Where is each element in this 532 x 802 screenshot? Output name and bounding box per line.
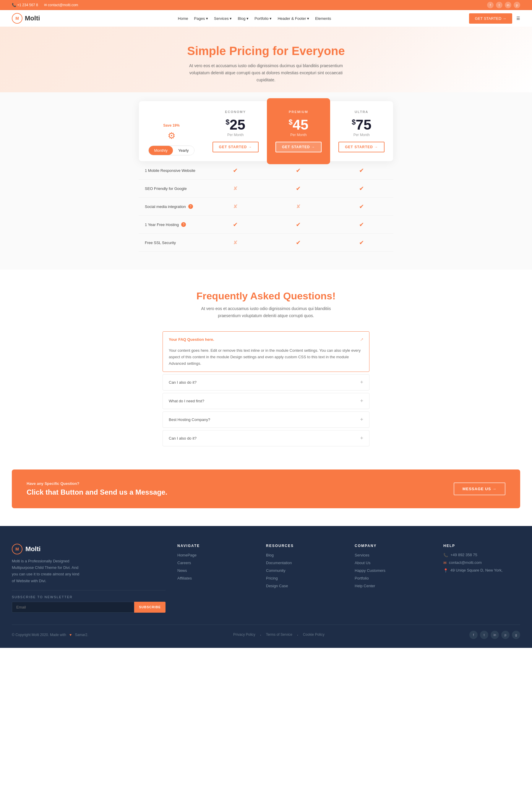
premium-plan-price: $45 [273, 116, 324, 133]
feature-ultra-5: ✔ [330, 234, 393, 252]
faq-arrow-up: ↑ [359, 336, 365, 343]
terms-link[interactable]: Terms of Service [266, 633, 292, 637]
twitter-icon-top[interactable]: t [496, 2, 502, 8]
feature-premium-5: ✔ [267, 234, 330, 252]
nav-services[interactable]: Services ▾ [214, 16, 232, 21]
nav-elements[interactable]: Elements [315, 16, 331, 21]
footer-linkedin-icon[interactable]: in [491, 631, 499, 639]
nav-home[interactable]: Home [178, 16, 188, 21]
footer-link-news: News [177, 568, 254, 573]
pricing-toggle-area: Save 19% ⚙ Monthly Yearly [139, 114, 204, 161]
facebook-icon-top[interactable]: f [487, 2, 494, 8]
footer-link-happy-customers: Happy Customers [355, 568, 432, 573]
faq-question-1[interactable]: Can I also do it? + [163, 375, 369, 390]
economy-plan-name: ECONOMY [210, 110, 261, 114]
features-table: 1 Mobile Responsive Website ✔ ✔ ✔ SEO Fr… [139, 161, 393, 252]
faq-plus-1: + [360, 379, 363, 385]
footer-email: ✉ contact@molti.com [443, 560, 520, 565]
faq-question-4[interactable]: Can I also do it? + [163, 431, 369, 446]
newsletter-label: SUBSCRIBE TO NEWSLETTER [12, 595, 166, 599]
feature-row-4: 1 Year Free Hosting ? ✔ ✔ ✔ [139, 215, 393, 233]
footer-pinterest-icon[interactable]: p [501, 631, 510, 639]
faq-question-open[interactable]: Your FAQ Question here. ↑ [163, 332, 369, 347]
footer-link-blog: Blog [266, 553, 343, 557]
info-icon-1[interactable]: ? [188, 204, 193, 209]
yearly-toggle[interactable]: Yearly [173, 146, 194, 155]
footer-navigate-title: NAVIGATE [177, 544, 254, 548]
hero-subtitle: At vero eos et accusamus iusto odio dign… [186, 62, 346, 84]
feature-name-3: Social media integration ? [139, 199, 204, 214]
footer-twitter-icon[interactable]: t [480, 631, 488, 639]
faq-item-4: Can I also do it? + [163, 430, 369, 446]
footer-link-about: About Us [355, 560, 432, 565]
cta-banner: Have any Specific Question? Click that B… [12, 470, 520, 508]
instagram-icon-top[interactable]: in [505, 2, 511, 8]
nav-header-footer[interactable]: Header & Footer ▾ [278, 16, 309, 21]
email-icon: ✉ [443, 561, 446, 565]
pricing-section: Save 19% ⚙ Monthly Yearly ECONOMY $25 Pe… [0, 92, 532, 270]
faq-answer-open: Your content goes here. Edit or remove t… [163, 347, 369, 371]
footer-logo: M Molti [12, 544, 166, 554]
premium-plan-name: PREMIUM [273, 110, 324, 114]
footer-google-icon[interactable]: g [512, 631, 520, 639]
feature-premium-2: ✔ [267, 180, 330, 197]
footer-divider [12, 590, 166, 590]
footer-link-design-case: Design Case [266, 583, 343, 588]
footer-link-help-center: Help Center [355, 583, 432, 588]
feature-premium-1: ✔ [267, 162, 330, 179]
feature-name-5: Free SSL Security [139, 235, 204, 250]
nav-right: GET STARTED → ☰ [469, 13, 520, 24]
footer-link-documentation: Documentation [266, 560, 343, 565]
faq-question-3[interactable]: Best Hosting Company? + [163, 412, 369, 427]
nav-blog[interactable]: Blog ▾ [238, 16, 249, 21]
footer-legal-links: Privacy Policy · Terms of Service · Cook… [233, 633, 324, 637]
footer-resources-col: RESOURCES Blog Documentation Community P… [266, 544, 343, 613]
faq-item-1: Can I also do it? + [163, 374, 369, 390]
footer-facebook-icon[interactable]: f [469, 631, 478, 639]
faq-item-3: Best Hosting Company? + [163, 412, 369, 428]
newsletter-input[interactable] [12, 602, 134, 613]
faq-question-2[interactable]: What do I need first? + [163, 393, 369, 409]
ultra-plan: ULTRA $75 Per Month GET STARTED → [330, 101, 393, 161]
ultra-cta-button[interactable]: GET STARTED → [338, 142, 384, 152]
footer-bottom: © Copyright Molti 2020. Made with ♥ Sama… [12, 624, 520, 639]
faq-plus-4: + [360, 435, 363, 441]
pinterest-icon-top[interactable]: p [514, 2, 520, 8]
pricing-card: Save 19% ⚙ Monthly Yearly ECONOMY $25 Pe… [139, 101, 393, 161]
hamburger-icon[interactable]: ☰ [516, 16, 520, 21]
privacy-policy-link[interactable]: Privacy Policy [233, 633, 255, 637]
ultra-plan-period: Per Month [336, 133, 387, 137]
newsletter-subscribe-button[interactable]: SUBSCRIBE [134, 602, 166, 613]
feature-row-3: Social media integration ? ✘ ✘ ✔ [139, 197, 393, 215]
footer: M Molti Molti is a Professionally Design… [0, 526, 532, 648]
footer-help-col: HELP 📞 +49 892 358 75 ✉ contact@molti.co… [443, 544, 520, 613]
footer-top: M Molti Molti is a Professionally Design… [12, 544, 520, 613]
location-icon: 📍 [443, 568, 448, 573]
faq-item-2: What do I need first? + [163, 393, 369, 409]
nav-logo[interactable]: M Molti [12, 13, 40, 24]
heart-icon: ♥ [70, 633, 72, 637]
economy-cta-button[interactable]: GET STARTED → [212, 142, 259, 152]
nav-portfolio[interactable]: Portfolio ▾ [254, 16, 272, 21]
economy-plan: ECONOMY $25 Per Month GET STARTED → [204, 101, 267, 161]
logo-text: Molti [25, 15, 40, 22]
message-us-button[interactable]: MESSAGE US → [454, 482, 506, 495]
faq-subtitle: At vero eos et accusamus iusto odio dign… [195, 305, 337, 320]
info-icon-2[interactable]: ? [181, 222, 186, 227]
footer-resources-title: RESOURCES [266, 544, 343, 548]
feature-ultra-1: ✔ [330, 162, 393, 179]
feature-ultra-2: ✔ [330, 180, 393, 197]
faq-plus-3: + [360, 417, 363, 423]
cta-message: Click that Button and Send us a Message. [26, 488, 167, 496]
monthly-toggle[interactable]: Monthly [149, 146, 173, 155]
cookie-link[interactable]: Cookie Policy [303, 633, 324, 637]
cta-text: Have any Specific Question? Click that B… [26, 481, 167, 496]
footer-address: 📍 49 Uniqe Square D, New York, [443, 568, 520, 573]
nav-pages[interactable]: Pages ▾ [194, 16, 208, 21]
get-started-button[interactable]: GET STARTED → [469, 13, 512, 24]
email-info: ✉ contact@molti.com [44, 3, 78, 7]
faq-item-open: Your FAQ Question here. ↑ Your content g… [163, 331, 369, 372]
premium-plan-period: Per Month [273, 133, 324, 137]
feature-name-4: 1 Year Free Hosting ? [139, 217, 204, 232]
premium-cta-button[interactable]: GET STARTED → [276, 142, 322, 152]
